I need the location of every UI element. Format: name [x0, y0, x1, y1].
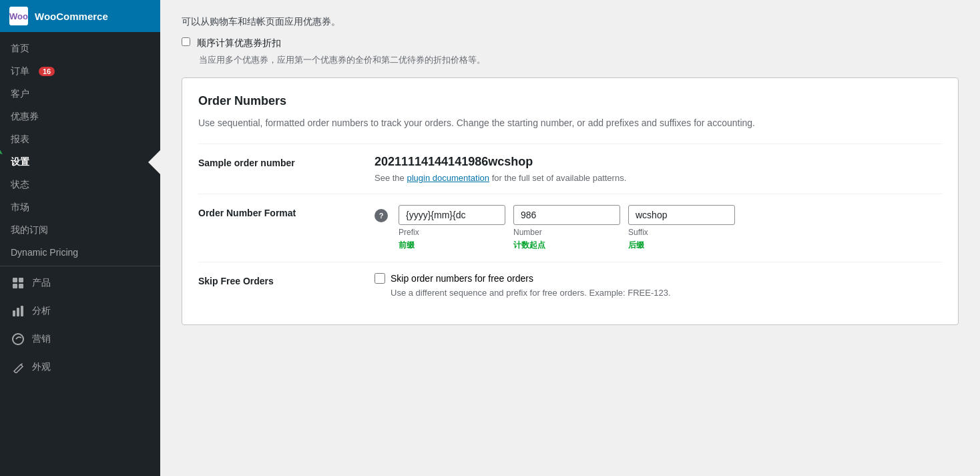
main-content: 可以从购物车和结帐页面应用优惠券。 顺序计算优惠券折扣 当应用多个优惠券，应用第…: [160, 0, 980, 476]
sequential-row: 顺序计算优惠券折扣: [182, 37, 959, 49]
number-group: Number 计数起点: [513, 205, 620, 251]
sidebar-item-analytics[interactable]: 分析: [0, 297, 160, 325]
plugin-documentation-link[interactable]: plugin documentation: [407, 173, 489, 183]
products-icon: [11, 276, 25, 290]
format-input-row: ? Prefix 前缀 Number 计数起点: [375, 205, 942, 251]
skip-checkbox-label: Skip order numbers for free orders: [391, 273, 533, 284]
customers-label: 客户: [11, 88, 29, 100]
svg-point-7: [13, 334, 23, 344]
svg-rect-6: [21, 306, 23, 316]
sidebar-nav: 首页 订单 16 客户 优惠券 报表 设置: [0, 32, 160, 387]
svg-rect-2: [13, 284, 17, 288]
active-arrow: [148, 150, 160, 174]
coupons-label: 优惠券: [11, 111, 39, 123]
number-input[interactable]: [513, 205, 620, 225]
skip-free-orders-row: Skip Free Orders Skip order numbers for …: [198, 262, 942, 308]
myorders-label: 我的订阅: [11, 224, 48, 236]
skip-free-orders-label: Skip Free Orders: [198, 273, 358, 286]
sidebar-item-status[interactable]: 状态: [0, 174, 160, 196]
sidebar-item-dynamic-pricing[interactable]: Dynamic Pricing: [0, 242, 160, 263]
number-sublabel: 计数起点: [513, 240, 620, 251]
woo-logo: Woo: [9, 7, 28, 25]
skip-free-orders-value: Skip order numbers for free orders Use a…: [375, 273, 942, 298]
sample-desc-suffix: for the full set of available patterns.: [489, 173, 626, 183]
skip-desc: Use a different sequence and prefix for …: [375, 288, 942, 298]
svg-rect-5: [17, 308, 19, 316]
order-numbers-section: Order Numbers Use sequential, formatted …: [182, 77, 959, 325]
order-numbers-title: Order Numbers: [198, 94, 942, 108]
suffix-input[interactable]: [628, 205, 735, 225]
sidebar-item-myorders[interactable]: 我的订阅: [0, 219, 160, 242]
skip-free-checkbox[interactable]: [375, 273, 385, 284]
sidebar-item-marketing[interactable]: 营销: [0, 325, 160, 353]
prefix-group: Prefix 前缀: [399, 205, 505, 251]
marketing-label: 营销: [32, 333, 51, 345]
sidebar-item-appearance[interactable]: 外观: [0, 353, 160, 381]
suffix-label: Suffix: [628, 228, 735, 237]
order-numbers-desc: Use sequential, formatted order numbers …: [198, 116, 942, 130]
svg-rect-1: [19, 278, 23, 282]
skip-checkbox-row: Skip order numbers for free orders: [375, 273, 942, 284]
orders-label: 订单: [11, 65, 29, 77]
top-area: 可以从购物车和结帐页面应用优惠券。 顺序计算优惠券折扣 当应用多个优惠券，应用第…: [182, 16, 959, 77]
suffix-group: Suffix 后缀: [628, 205, 735, 251]
appearance-icon: [11, 360, 25, 375]
sidebar-item-reports[interactable]: 报表: [0, 128, 160, 151]
svg-rect-3: [19, 284, 23, 288]
analytics-icon: [11, 304, 25, 318]
sidebar-item-market[interactable]: 市场: [0, 196, 160, 219]
sidebar-item-coupons[interactable]: 优惠券: [0, 105, 160, 128]
format-row: Order Number Format ? Prefix 前缀 Number: [198, 194, 942, 262]
sidebar-item-customers[interactable]: 客户: [0, 83, 160, 105]
market-label: 市场: [11, 202, 29, 214]
sample-order-label: Sample order number: [198, 155, 358, 168]
svg-rect-0: [13, 278, 17, 282]
products-label: 产品: [32, 277, 51, 289]
marketing-icon: [11, 332, 25, 346]
help-icon[interactable]: ?: [375, 209, 388, 222]
format-label: Order Number Format: [198, 205, 358, 218]
home-label: 首页: [11, 43, 29, 55]
sample-order-number: 20211114144141986wcshop: [375, 155, 942, 169]
sample-desc: See the plugin documentation for the ful…: [375, 173, 942, 183]
sample-order-row: Sample order number 20211114144141986wcs…: [198, 144, 942, 194]
sidebar-header: Woo WooCommerce: [0, 0, 160, 32]
format-inputs: Prefix 前缀 Number 计数起点 Suffix 后缀: [399, 205, 735, 251]
dynamic-pricing-label: Dynamic Pricing: [11, 247, 78, 258]
number-label: Number: [513, 228, 620, 237]
svg-rect-4: [13, 310, 15, 316]
sidebar-divider: [0, 266, 160, 266]
analytics-label: 分析: [32, 305, 51, 317]
sample-desc-prefix: See the: [375, 173, 407, 183]
prefix-sublabel: 前缀: [399, 240, 505, 251]
sample-order-value-area: 20211114144141986wcshop See the plugin d…: [375, 155, 942, 183]
format-value-area: ? Prefix 前缀 Number 计数起点: [375, 205, 942, 251]
status-label: 状态: [11, 179, 29, 191]
green-arrow-icon: [0, 152, 27, 172]
top-note: 可以从购物车和结帐页面应用优惠券。: [182, 16, 959, 28]
prefix-input[interactable]: [399, 205, 505, 225]
reports-label: 报表: [11, 134, 29, 146]
appearance-label: 外观: [32, 361, 51, 373]
sequential-label: 顺序计算优惠券折扣: [197, 37, 281, 49]
prefix-label: Prefix: [399, 228, 505, 237]
sidebar-brand-title: WooCommerce: [35, 11, 108, 22]
sidebar-item-home[interactable]: 首页: [0, 37, 160, 60]
sequential-checkbox[interactable]: [182, 37, 190, 46]
suffix-sublabel: 后缀: [628, 240, 735, 251]
sequential-note: 当应用多个优惠券，应用第一个优惠券的全价和第二优待券的折扣价格等。: [199, 53, 959, 67]
sidebar: Woo WooCommerce 首页 订单 16 客户 优惠券 报表: [0, 0, 160, 476]
sidebar-item-orders[interactable]: 订单 16: [0, 60, 160, 83]
sidebar-item-settings[interactable]: 设置: [0, 151, 160, 174]
sidebar-item-products[interactable]: 产品: [0, 269, 160, 297]
orders-badge: 16: [39, 67, 55, 76]
